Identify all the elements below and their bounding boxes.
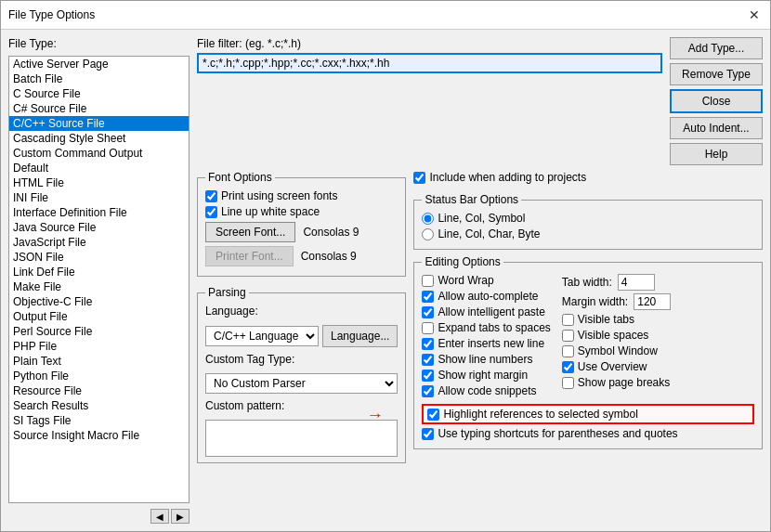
editing-checkbox-label: Allow auto-complete — [438, 290, 538, 303]
editing-left-col-row: Show right margin — [422, 369, 550, 382]
list-nav-buttons: ◀ ▶ — [8, 509, 189, 524]
remove-type-button[interactable]: Remove Type — [670, 63, 763, 85]
editing-checkbox-label: Show line numbers — [438, 353, 532, 366]
right-panel: File filter: (eg. *.c;*.h) Add Type... R… — [197, 37, 763, 524]
top-section: File filter: (eg. *.c;*.h) Add Type... R… — [197, 37, 763, 165]
add-type-button[interactable]: Add Type... — [670, 37, 763, 59]
file-list: Active Server PageBatch FileC Source Fil… — [9, 57, 189, 443]
line-up-whitespace-checkbox[interactable] — [205, 206, 217, 218]
editing-checkbox[interactable] — [422, 291, 434, 303]
file-list-item[interactable]: Perl Source File — [9, 324, 189, 339]
file-list-item[interactable]: JavaScript File — [9, 235, 189, 250]
highlight-arrow: → — [366, 406, 383, 425]
screen-font-button[interactable]: Screen Font... — [205, 222, 295, 242]
editing-checkbox[interactable] — [422, 370, 434, 382]
file-list-item[interactable]: Cascading Style Sheet — [9, 131, 189, 146]
language-button[interactable]: Language... — [322, 325, 398, 347]
editing-checkbox-label: Expand tabs to spaces — [438, 321, 550, 334]
file-list-item[interactable]: Custom Command Output — [9, 146, 189, 161]
close-button[interactable]: Close — [670, 89, 763, 113]
editing-left-col-row: Allow code snippets — [422, 384, 550, 397]
file-type-options-dialog: File Type Options ✕ File Type: Active Se… — [0, 0, 771, 532]
editing-right-checkbox[interactable] — [562, 330, 574, 342]
custom-tag-select[interactable]: No Custom Parser — [205, 373, 398, 394]
print-screen-fonts-checkbox[interactable] — [205, 190, 217, 202]
tab-width-row: Tab width: — [562, 274, 671, 291]
editing-left-col: Word WrapAllow auto-completeAllow intell… — [422, 274, 550, 400]
editing-checkbox[interactable] — [422, 338, 434, 350]
auto-indent-button[interactable]: Auto Indent... — [670, 117, 763, 139]
highlight-references-checkbox[interactable] — [427, 409, 439, 421]
file-list-item[interactable]: Link Def File — [9, 265, 189, 279]
typing-shortcuts-row: Use typing shortcuts for parentheses and… — [422, 427, 754, 440]
filter-label: File filter: (eg. *.c;*.h) — [197, 37, 662, 50]
file-list-item[interactable]: INI File — [9, 190, 189, 205]
help-button[interactable]: Help — [670, 143, 763, 165]
file-list-item[interactable]: Source Insight Macro File — [9, 428, 189, 443]
include-projects-checkbox[interactable] — [413, 172, 425, 184]
editing-left-col-row: Show line numbers — [422, 353, 550, 366]
margin-width-input[interactable] — [634, 293, 671, 310]
print-screen-fonts-label: Print using screen fonts — [221, 189, 337, 202]
left-panel: File Type: Active Server PageBatch FileC… — [8, 37, 189, 524]
file-list-item[interactable]: Default — [9, 161, 189, 175]
file-list-item[interactable]: PHP File — [9, 339, 189, 354]
editing-right-section: Tab width: Margin width: Visible tabsVis… — [562, 274, 671, 400]
file-list-item[interactable]: Output File — [9, 309, 189, 324]
editing-checkbox[interactable] — [422, 306, 434, 318]
status-line-col-char-radio[interactable] — [422, 228, 434, 240]
editing-checkbox[interactable] — [422, 322, 434, 334]
file-list-item[interactable]: SI Tags File — [9, 413, 189, 428]
custom-pattern-textarea[interactable] — [205, 420, 398, 457]
parsing-section: Language: C/C++ Language Language... Cus… — [205, 305, 398, 457]
file-list-item[interactable]: Resource File — [9, 383, 189, 398]
nav-left-button[interactable]: ◀ — [150, 509, 169, 524]
typing-shortcuts-label: Use typing shortcuts for parentheses and… — [438, 427, 677, 440]
typing-shortcuts-checkbox[interactable] — [422, 428, 434, 440]
file-list-item[interactable]: Plain Text — [9, 354, 189, 369]
file-list-item[interactable]: Java Source File — [9, 220, 189, 235]
language-select[interactable]: C/C++ Language — [205, 326, 319, 346]
file-list-item[interactable]: Make File — [9, 279, 189, 294]
file-list-item[interactable]: Objective-C File — [9, 294, 189, 309]
tab-width-label: Tab width: — [562, 276, 612, 289]
file-list-item[interactable]: C/C++ Source File — [9, 116, 189, 131]
editing-right-checkbox[interactable] — [562, 345, 574, 357]
editing-right-checkbox-label: Show page breaks — [578, 376, 670, 389]
editing-right-checkbox[interactable] — [562, 377, 574, 389]
tab-width-input[interactable] — [618, 274, 655, 291]
editing-right-checkbox[interactable] — [562, 314, 574, 326]
close-icon[interactable]: ✕ — [746, 6, 763, 23]
editing-checkbox[interactable] — [422, 275, 434, 287]
file-list-container[interactable]: Active Server PageBatch FileC Source Fil… — [8, 56, 189, 503]
file-list-item[interactable]: Python File — [9, 369, 189, 383]
file-list-item[interactable]: Search Results — [9, 398, 189, 413]
filter-input[interactable] — [197, 53, 662, 73]
screen-font-row: Screen Font... Consolas 9 — [205, 222, 398, 242]
editing-checkbox[interactable] — [422, 354, 434, 366]
file-list-item[interactable]: Batch File — [9, 71, 189, 86]
file-list-item[interactable]: HTML File — [9, 175, 189, 190]
editing-left-col-row: Expand tabs to spaces — [422, 321, 550, 334]
file-list-item[interactable]: C Source File — [9, 86, 189, 101]
editing-right-col-row: Show page breaks — [562, 376, 671, 389]
editing-left-col-row: Allow auto-complete — [422, 290, 550, 303]
editing-checkbox[interactable] — [422, 385, 434, 397]
editing-right-checkbox[interactable] — [562, 361, 574, 373]
editing-left-col-row: Allow intelligent paste — [422, 305, 550, 318]
status-line-col-symbol-radio[interactable] — [422, 213, 434, 225]
file-list-item[interactable]: JSON File — [9, 250, 189, 265]
file-list-item[interactable]: Interface Definition File — [9, 205, 189, 220]
nav-right-button[interactable]: ▶ — [171, 509, 189, 524]
file-list-item[interactable]: C# Source File — [9, 101, 189, 116]
font-options-legend: Font Options — [205, 171, 275, 184]
printer-font-button[interactable]: Printer Font... — [205, 246, 294, 266]
editing-checkbox-label: Show right margin — [438, 369, 528, 382]
file-list-item[interactable]: Active Server Page — [9, 57, 189, 71]
language-select-row: C/C++ Language Language... — [205, 325, 398, 347]
line-up-whitespace-row: Line up white space — [205, 205, 398, 218]
include-projects-row: Include when adding to projects — [413, 171, 763, 184]
editing-right-col-row: Visible tabs — [562, 313, 671, 326]
editing-options-content: Word WrapAllow auto-completeAllow intell… — [422, 274, 754, 400]
editing-right-checkbox-label: Visible spaces — [578, 329, 649, 342]
